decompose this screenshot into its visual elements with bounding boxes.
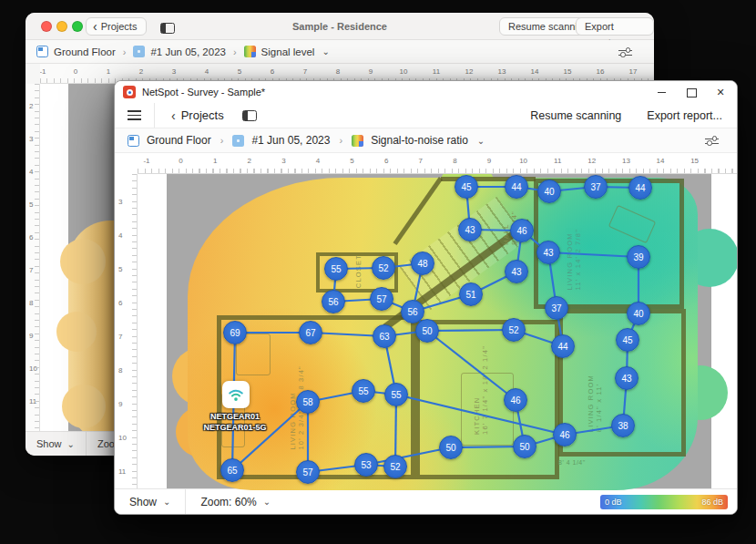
desktop-background: ‹ Projects Sample - Residence Resume sca…	[0, 0, 756, 544]
chevron-updown-icon: ⌄	[320, 46, 329, 56]
survey-point-marker[interactable]: 58	[296, 390, 320, 414]
ruler-tick-label: 15	[690, 157, 699, 165]
ruler-tick-label: 0	[179, 157, 182, 165]
scale-min-label: 0 dB	[600, 498, 627, 507]
visualization-icon	[352, 135, 363, 147]
survey-point-marker[interactable]: 46	[553, 423, 577, 446]
heatmap-canvas[interactable]: CLOSETHALL9' 4 3/4"LIVING ROOM11' x 14' …	[138, 174, 738, 490]
ruler-tick-label: 1	[107, 67, 110, 76]
survey-point-marker[interactable]: 43	[458, 218, 482, 241]
floor-icon	[128, 135, 139, 147]
survey-point-marker[interactable]: 40	[627, 302, 650, 325]
snapshot-icon	[232, 135, 244, 147]
ruler-tick-label: 10	[519, 157, 527, 165]
ruler-tick-label: 15	[564, 67, 572, 76]
settings-sliders-icon[interactable]	[705, 135, 719, 146]
settings-sliders-icon[interactable]	[618, 46, 632, 57]
survey-point-marker[interactable]: 50	[415, 319, 439, 343]
show-button[interactable]: Show ⌄	[115, 489, 185, 514]
ruler-tick-label: 14	[657, 157, 665, 165]
survey-point-marker[interactable]: 37	[584, 175, 608, 199]
survey-point-marker[interactable]: 51	[459, 282, 483, 306]
survey-point-marker[interactable]: 69	[223, 321, 247, 344]
survey-point-marker[interactable]: 57	[296, 460, 320, 484]
survey-point-marker[interactable]: 57	[370, 287, 393, 311]
survey-point-marker[interactable]: 44	[551, 334, 575, 358]
survey-point-marker[interactable]: 48	[411, 251, 434, 275]
survey-point-marker[interactable]: 52	[383, 455, 407, 478]
breadcrumb-floor[interactable]: Ground Floor	[147, 134, 211, 147]
visualization-icon	[244, 46, 256, 57]
back-titlebar: ‹ Projects Sample - Residence Resume sca…	[26, 13, 654, 40]
export-report-button[interactable]: Export report...	[647, 109, 722, 122]
back-ruler-vertical: 23456789101112	[26, 84, 40, 444]
sidebar-toggle-icon[interactable]	[242, 110, 257, 121]
breadcrumb-floor[interactable]: Ground Floor	[54, 46, 116, 57]
ruler-tick-label: 7	[118, 333, 122, 341]
close-button[interactable]: ✕	[715, 87, 726, 98]
front-survey-canvas[interactable]: CLOSETHALL9' 4 3/4"LIVING ROOM11' x 14' …	[138, 174, 738, 490]
survey-point-marker[interactable]: 39	[627, 245, 650, 269]
zoom-button[interactable]: Zoom: 60% ⌄	[186, 489, 285, 514]
survey-point-marker[interactable]: 55	[352, 379, 375, 403]
heatmap-bump	[56, 312, 97, 352]
front-toolbar: ‹ Projects Resume scanning Export report…	[115, 103, 737, 128]
access-point-labels: NETGEAR01 NETGEAR01-5G	[171, 411, 299, 433]
survey-point-marker[interactable]: 46	[504, 388, 527, 412]
breadcrumb-snapshot[interactable]: #1 Jun 05, 2023	[251, 134, 330, 147]
ruler-tick-label: 8	[118, 366, 122, 375]
survey-point-marker[interactable]: 55	[384, 383, 408, 406]
menu-icon[interactable]	[128, 110, 141, 120]
survey-point-marker[interactable]: 56	[322, 290, 345, 313]
survey-point-marker[interactable]: 52	[502, 318, 526, 342]
survey-point-marker[interactable]: 52	[372, 256, 395, 280]
breadcrumb-visualization[interactable]: Signal level	[261, 46, 315, 57]
survey-point-marker[interactable]: 43	[505, 260, 528, 283]
survey-point-marker[interactable]: 43	[536, 241, 560, 264]
minimize-button[interactable]	[657, 87, 668, 98]
ruler-tick-label: 4	[118, 231, 122, 240]
color-scale: 0 dB 86 dB	[600, 495, 728, 509]
survey-point-marker[interactable]: 44	[628, 176, 652, 200]
chevron-right-icon: ›	[121, 46, 128, 57]
ruler-tick-label: 14	[531, 67, 539, 76]
survey-point-marker[interactable]: 46	[510, 219, 534, 242]
survey-point-marker[interactable]: 67	[299, 321, 322, 344]
ruler-tick-label: 13	[622, 157, 630, 165]
survey-point-marker[interactable]: 50	[439, 436, 463, 459]
breadcrumb-visualization[interactable]: Signal-to-noise ratio	[371, 134, 468, 147]
survey-point-marker[interactable]: 65	[220, 458, 244, 482]
survey-point-marker[interactable]: 44	[505, 175, 528, 199]
survey-point-marker[interactable]: 55	[324, 257, 348, 281]
netspot-app-icon	[123, 86, 136, 98]
ruler-tick-label: 9	[487, 157, 491, 165]
projects-button[interactable]: ‹ Projects	[171, 108, 224, 122]
projects-button-label: Projects	[181, 108, 224, 122]
ruler-tick-label: 8	[453, 157, 456, 165]
export-report-button[interactable]: Export report...	[576, 17, 654, 36]
resume-scanning-button[interactable]: Resume scanning	[530, 109, 621, 122]
survey-point-marker[interactable]: 63	[373, 324, 396, 348]
ruler-tick-label: 2	[248, 157, 251, 165]
survey-point-marker[interactable]: 45	[616, 328, 639, 352]
show-button[interactable]: Show ⌄	[26, 432, 86, 456]
survey-point-marker[interactable]: 40	[537, 180, 561, 203]
survey-point-marker[interactable]: 38	[611, 414, 635, 437]
ruler-tick-label: -1	[143, 157, 149, 165]
ruler-tick-label: 4	[29, 168, 33, 176]
survey-point-marker[interactable]: 53	[354, 453, 378, 477]
survey-point-marker[interactable]: 45	[455, 175, 478, 199]
snapshot-icon	[133, 46, 145, 57]
survey-point-marker[interactable]: 43	[615, 366, 639, 390]
survey-point-marker[interactable]: 37	[545, 296, 568, 320]
ruler-tick-label: 6	[29, 233, 33, 241]
maximize-button[interactable]	[686, 87, 697, 98]
heatmap-bump	[60, 239, 106, 284]
access-point-icon[interactable]	[222, 381, 250, 408]
back-breadcrumb: Ground Floor › #1 Jun 05, 2023 › Signal …	[26, 40, 654, 64]
survey-point-marker[interactable]: 50	[513, 435, 536, 458]
show-label: Show	[129, 496, 157, 508]
breadcrumb-snapshot[interactable]: #1 Jun 05, 2023	[150, 46, 226, 57]
ruler-tick-label: 12	[587, 157, 596, 165]
ruler-tick-label: 9	[118, 400, 122, 408]
